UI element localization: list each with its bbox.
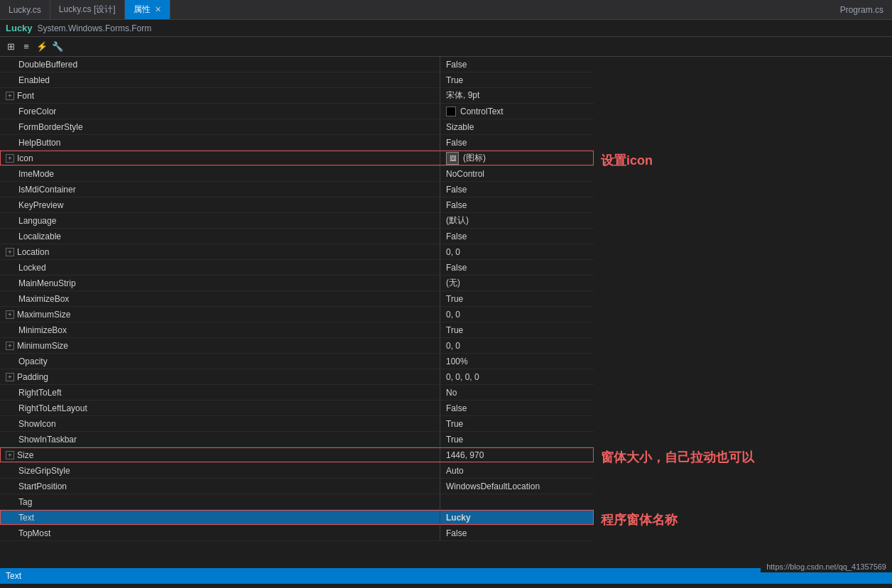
prop-name: IsMdiContainer bbox=[0, 182, 440, 197]
table-row[interactable]: +Icon🖼(图标) bbox=[0, 151, 594, 166]
prop-name-text: Icon bbox=[17, 153, 33, 163]
table-row[interactable]: IsMdiContainerFalse bbox=[0, 182, 594, 197]
prop-value-text: 0, 0 bbox=[446, 310, 460, 320]
table-row[interactable]: +Font宋体, 9pt bbox=[0, 88, 594, 104]
table-row[interactable]: RightToLeftNo bbox=[0, 385, 594, 401]
expand-icon[interactable]: + bbox=[6, 342, 14, 350]
prop-value-text: NoControl bbox=[446, 169, 484, 179]
table-row[interactable]: StartPositionWindowsDefaultLocation bbox=[0, 479, 594, 494]
table-row[interactable]: +Size1446, 970 bbox=[0, 447, 594, 463]
table-row[interactable]: +MinimumSize0, 0 bbox=[0, 338, 594, 354]
table-row[interactable]: HelpButtonFalse bbox=[0, 135, 594, 151]
prop-value-text: 1446, 970 bbox=[446, 450, 484, 460]
table-row[interactable]: ForeColorControlText bbox=[0, 104, 594, 119]
prop-name: DoubleBuffered bbox=[0, 57, 440, 72]
prop-value: False bbox=[440, 401, 594, 415]
prop-value-text: (默认) bbox=[446, 214, 469, 227]
prop-value-text: True bbox=[446, 294, 463, 304]
tab-lucky-cs[interactable]: Lucky.cs bbox=[0, 0, 50, 19]
prop-value: False bbox=[440, 57, 594, 72]
property-icon-preview: 🖼 bbox=[446, 152, 459, 165]
status-label: Text bbox=[6, 571, 21, 581]
prop-name-text: Location bbox=[17, 247, 49, 257]
prop-name: Opacity bbox=[0, 354, 440, 369]
table-row[interactable]: LockedFalse bbox=[0, 260, 594, 276]
prop-name: +Font bbox=[0, 88, 440, 103]
prop-value: (默认) bbox=[440, 213, 594, 228]
prop-name-text: Tag bbox=[18, 497, 32, 507]
prop-value: 1446, 970 bbox=[440, 447, 594, 462]
prop-value-text: 0, 0 bbox=[446, 247, 460, 257]
table-row[interactable]: RightToLeftLayoutFalse bbox=[0, 401, 594, 416]
prop-value: False bbox=[440, 135, 594, 150]
table-row[interactable]: ImeModeNoControl bbox=[0, 166, 594, 182]
expand-icon[interactable]: + bbox=[6, 92, 14, 100]
toolbar-icon-settings[interactable]: 🔧 bbox=[51, 40, 64, 53]
table-row[interactable]: LocalizableFalse bbox=[0, 229, 594, 244]
prop-name-text: Opacity bbox=[18, 356, 48, 366]
prop-name: Text bbox=[0, 510, 440, 525]
table-row[interactable]: EnabledTrue bbox=[0, 72, 594, 88]
prop-value: Sizable bbox=[440, 119, 594, 134]
table-row[interactable]: TextLucky bbox=[0, 510, 594, 526]
prop-name-text: FormBorderStyle bbox=[18, 122, 83, 132]
prop-value-text: True bbox=[446, 419, 463, 429]
prop-value-text: False bbox=[446, 138, 467, 148]
table-row[interactable]: ShowInTaskbarTrue bbox=[0, 432, 594, 447]
tab-properties[interactable]: 属性 ✕ bbox=[125, 0, 170, 19]
expand-icon[interactable]: + bbox=[6, 248, 14, 256]
prop-value: Lucky bbox=[440, 510, 594, 525]
prop-value-text: (无) bbox=[446, 277, 460, 289]
prop-value-text: False bbox=[446, 528, 467, 538]
expand-icon[interactable]: + bbox=[6, 373, 14, 381]
expand-icon[interactable]: + bbox=[6, 310, 14, 319]
prop-value: True bbox=[440, 322, 594, 337]
prop-name-text: Font bbox=[17, 91, 34, 101]
prop-name: ShowIcon bbox=[0, 416, 440, 431]
table-row[interactable]: +MaximumSize0, 0 bbox=[0, 307, 594, 322]
table-row[interactable]: +Location0, 0 bbox=[0, 244, 594, 260]
prop-value: 0, 0 bbox=[440, 338, 594, 353]
close-icon[interactable]: ✕ bbox=[155, 5, 161, 14]
table-row[interactable]: MinimizeBoxTrue bbox=[0, 322, 594, 338]
toolbar-icon-events[interactable]: ⚡ bbox=[36, 40, 48, 53]
table-row[interactable]: SizeGripStyleAuto bbox=[0, 463, 594, 479]
prop-value: False bbox=[440, 260, 594, 275]
table-row[interactable]: Opacity100% bbox=[0, 354, 594, 369]
class-path: System.Windows.Forms.Form bbox=[35, 23, 151, 33]
table-row[interactable]: TopMostFalse bbox=[0, 526, 594, 541]
table-row[interactable]: KeyPreviewFalse bbox=[0, 197, 594, 213]
prop-value: WindowsDefaultLocation bbox=[440, 479, 594, 494]
prop-value: True bbox=[440, 291, 594, 306]
prop-name-text: RightToLeftLayout bbox=[18, 403, 87, 413]
prop-name-text: StartPosition bbox=[18, 481, 67, 491]
prop-name: RightToLeft bbox=[0, 385, 440, 400]
prop-name-text: MainMenuStrip bbox=[18, 278, 76, 288]
prop-name: ForeColor bbox=[0, 104, 440, 119]
table-row[interactable]: MaximizeBoxTrue bbox=[0, 291, 594, 307]
tab-program-cs[interactable]: Program.cs bbox=[832, 0, 892, 19]
table-row[interactable]: +Padding0, 0, 0, 0 bbox=[0, 369, 594, 385]
prop-value bbox=[440, 494, 594, 509]
toolbar-icon-list[interactable]: ≡ bbox=[20, 40, 33, 53]
tab-lucky-cs-design[interactable]: Lucky.cs [设计] bbox=[50, 0, 125, 19]
expand-icon[interactable]: + bbox=[6, 451, 14, 459]
table-row[interactable]: MainMenuStrip(无) bbox=[0, 276, 594, 291]
prop-name-text: Enabled bbox=[18, 75, 50, 85]
prop-name: +Padding bbox=[0, 369, 440, 384]
prop-name: Locked bbox=[0, 260, 440, 275]
prop-value: False bbox=[440, 182, 594, 197]
prop-name-text: Locked bbox=[18, 263, 46, 273]
prop-name-text: Size bbox=[17, 450, 33, 460]
prop-name: FormBorderStyle bbox=[0, 119, 440, 134]
prop-value-text: (图标) bbox=[463, 152, 486, 164]
prop-name: SizeGripStyle bbox=[0, 463, 440, 478]
toolbar-icon-grid[interactable]: ⊞ bbox=[4, 40, 17, 53]
table-row[interactable]: Tag bbox=[0, 494, 594, 510]
table-row[interactable]: DoubleBufferedFalse bbox=[0, 57, 594, 72]
table-row[interactable]: FormBorderStyleSizable bbox=[0, 119, 594, 135]
prop-value-text: False bbox=[446, 403, 467, 413]
table-row[interactable]: Language(默认) bbox=[0, 213, 594, 229]
table-row[interactable]: ShowIconTrue bbox=[0, 416, 594, 432]
expand-icon[interactable]: + bbox=[6, 154, 14, 163]
